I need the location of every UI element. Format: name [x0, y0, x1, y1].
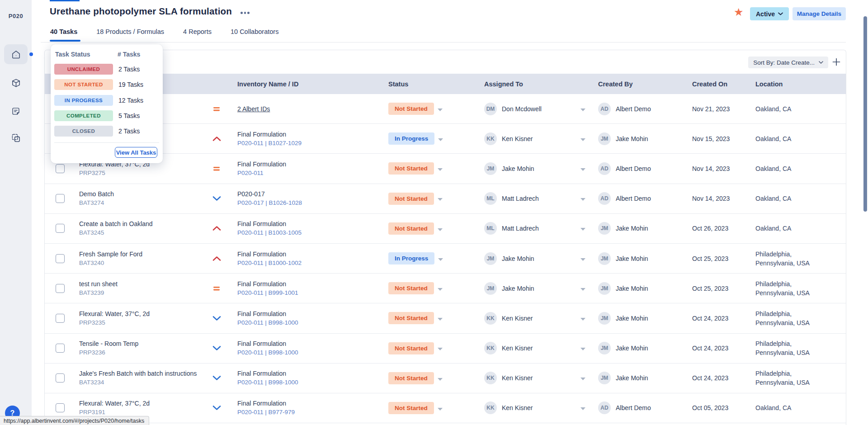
- status-caret[interactable]: [438, 344, 443, 352]
- assignee-caret[interactable]: [580, 284, 585, 293]
- row-checkbox[interactable]: [56, 284, 65, 293]
- assignee-avatar: JM: [484, 252, 497, 265]
- tab-18-products-formulas[interactable]: 18 Products / Formulas: [96, 28, 164, 35]
- status-caret[interactable]: [438, 105, 443, 113]
- task-name[interactable]: test run sheet: [79, 279, 205, 288]
- inventory-name: Final Formulation: [237, 309, 384, 318]
- manage-details-button[interactable]: Manage Details: [793, 7, 846, 20]
- status-caret[interactable]: [438, 225, 443, 233]
- col-header-status[interactable]: Status: [384, 80, 479, 88]
- vertical-scrollbar[interactable]: [863, 16, 867, 212]
- assignee-caret[interactable]: [580, 224, 585, 232]
- task-name[interactable]: Fresh Sample for Ford: [79, 250, 205, 259]
- status-caret[interactable]: [438, 404, 443, 412]
- status-caret[interactable]: [438, 374, 443, 382]
- status-caret[interactable]: [438, 314, 443, 322]
- inventory-id[interactable]: P020-011 | B999-1001: [237, 288, 384, 298]
- assignee-caret[interactable]: [580, 165, 585, 173]
- assignee-caret[interactable]: [580, 374, 585, 382]
- inventory-id[interactable]: P020-011 | B1003-1005: [237, 228, 384, 237]
- status-badge-not-started: NOT STARTED: [54, 79, 113, 90]
- inventory-link[interactable]: 2 Albert IDs: [237, 105, 270, 113]
- inventory-id[interactable]: P020-011: [237, 169, 384, 178]
- add-task-button[interactable]: [832, 57, 841, 66]
- caret-down-icon: [438, 109, 443, 111]
- row-checkbox[interactable]: [56, 403, 65, 412]
- inventory-id[interactable]: P020-011 | B1027-1029: [237, 139, 384, 148]
- task-name[interactable]: Tensile - Room Temp: [79, 339, 205, 348]
- row-checkbox[interactable]: [56, 254, 65, 263]
- sidebar-item-templates[interactable]: [4, 128, 28, 148]
- inventory-id[interactable]: P020-017 | B1026-1028: [237, 198, 384, 208]
- sidebar-item-inventory[interactable]: [4, 73, 28, 93]
- status-badge[interactable]: In Progress: [388, 132, 434, 145]
- task-name[interactable]: Flexural: Water, 37°C, 2d: [79, 309, 205, 318]
- status-badge[interactable]: Not Started: [388, 222, 434, 235]
- task-name[interactable]: Demo Batch: [79, 189, 205, 198]
- inventory-id[interactable]: P020-011 | B998-1000: [237, 348, 384, 357]
- assignee-caret[interactable]: [580, 255, 585, 263]
- assignee-caret[interactable]: [580, 135, 585, 143]
- inventory-name: Final Formulation: [237, 250, 384, 259]
- row-checkbox[interactable]: [56, 224, 65, 233]
- row-checkbox[interactable]: [56, 344, 65, 353]
- task-id: PRP3236: [79, 348, 205, 357]
- status-badge[interactable]: Not Started: [388, 402, 434, 414]
- sidebar-item-home[interactable]: [4, 44, 28, 64]
- location-cell: Philadelphia,Pennsylvania, USA: [750, 309, 846, 327]
- col-header-assigned[interactable]: Assigned To: [479, 80, 593, 88]
- star-icon[interactable]: ★: [734, 6, 744, 19]
- col-header-created-on[interactable]: Created On: [687, 80, 750, 88]
- status-caret[interactable]: [438, 255, 443, 263]
- task-name[interactable]: Create a batch in Oakland: [79, 219, 205, 228]
- table-row: Flexural: Water, 37°C, 2dPRP3235Final Fo…: [45, 303, 846, 333]
- inventory-id[interactable]: P020-011 | B977-979: [237, 408, 384, 417]
- location-cell: Oakland, CA: [750, 164, 846, 173]
- caret-down-icon: [438, 378, 443, 381]
- inventory-id[interactable]: P020-011 | B998-1000: [237, 378, 384, 387]
- project-status-dropdown[interactable]: Active: [750, 7, 789, 20]
- created-on-date: Oct 05, 2023: [687, 404, 750, 411]
- row-checkbox[interactable]: [56, 164, 65, 173]
- task-name[interactable]: Jake's Fresh Batch with batch instructio…: [79, 369, 205, 378]
- more-options-button[interactable]: [241, 12, 250, 14]
- assignee-caret[interactable]: [580, 344, 585, 352]
- assignee-caret[interactable]: [580, 105, 585, 113]
- assignee-caret[interactable]: [580, 194, 585, 203]
- inventory-id[interactable]: P020-011 | B1000-1002: [237, 259, 384, 268]
- status-caret[interactable]: [438, 284, 443, 293]
- assignee-caret[interactable]: [580, 314, 585, 322]
- col-header-location[interactable]: Location: [750, 80, 846, 88]
- status-badge[interactable]: Not Started: [388, 282, 434, 294]
- tab-10-collaborators[interactable]: 10 Collaborators: [231, 28, 278, 35]
- creator-name: Jake Mohin: [616, 135, 648, 142]
- tab-40-tasks[interactable]: 40 Tasks: [50, 28, 77, 35]
- creator-avatar: JM: [598, 222, 611, 235]
- assignee-caret[interactable]: [580, 404, 585, 412]
- assignee-name: Ken Kisner: [502, 315, 533, 322]
- row-checkbox[interactable]: [56, 194, 65, 203]
- status-badge[interactable]: Not Started: [388, 162, 434, 175]
- view-all-tasks-button[interactable]: View All Tasks: [115, 147, 157, 158]
- inventory-name: Final Formulation: [237, 160, 384, 169]
- row-checkbox[interactable]: [56, 314, 65, 323]
- status-badge[interactable]: Not Started: [388, 103, 434, 115]
- row-checkbox[interactable]: [56, 373, 65, 382]
- sort-by-dropdown[interactable]: Sort By: Date Create...: [748, 57, 828, 68]
- status-badge[interactable]: Not Started: [388, 193, 434, 205]
- status-badge[interactable]: Not Started: [388, 312, 434, 324]
- status-badge[interactable]: Not Started: [388, 342, 434, 354]
- status-badge[interactable]: Not Started: [388, 372, 434, 384]
- col-header-created-by[interactable]: Created By: [593, 80, 687, 88]
- inventory-id[interactable]: P020-011 | B998-1000: [237, 318, 384, 327]
- creator-name: Jake Mohin: [616, 225, 648, 232]
- sidebar-item-notes[interactable]: [4, 101, 28, 121]
- task-name[interactable]: Flexural: Water, 37°C, 2d: [79, 399, 205, 408]
- status-caret[interactable]: [438, 135, 443, 143]
- status-badge[interactable]: In Progress: [388, 252, 434, 264]
- status-caret[interactable]: [438, 165, 443, 173]
- tab-4-reports[interactable]: 4 Reports: [183, 28, 212, 35]
- status-count: 5 Tasks: [118, 112, 140, 119]
- col-header-inventory[interactable]: Inventory Name / ID: [228, 80, 384, 88]
- status-caret[interactable]: [438, 194, 443, 203]
